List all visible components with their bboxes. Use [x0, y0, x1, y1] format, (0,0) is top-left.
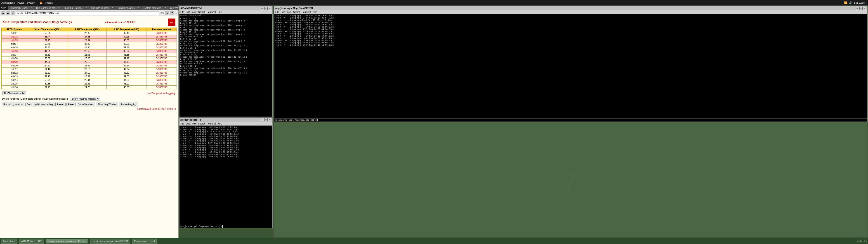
function-select[interactable]: Select required function [70, 97, 100, 101]
file-terminal-body[interactable]: -rw-r--r--. 1 npg npg 45K May 29 18:18 M… [274, 14, 867, 118]
places-menu[interactable]: Places [17, 1, 24, 4]
http-menu-terminal[interactable]: Terminal [207, 11, 216, 13]
tab-close-2[interactable]: ✕ [86, 7, 87, 9]
cell-2-fw: 0x3350706 [146, 39, 177, 42]
browser-content: AIDA: Temperature and status scan(1.12) … [0, 16, 178, 238]
merger-close-button[interactable]: ✕ [268, 118, 271, 121]
http-minimize-button[interactable]: — [261, 7, 264, 10]
file-menu-terminal[interactable]: Terminal [302, 11, 311, 13]
control-btn-4[interactable]: Show Variables [76, 102, 95, 106]
http-terminal-titlebar: AIDA MIDAS HTTPd — □ ✕ [180, 6, 272, 10]
merger-menu-terminal[interactable]: Terminal [207, 122, 216, 125]
file-prompt: [npg@carme-gsi:/TapeData/G22-201 [275, 119, 314, 121]
tab-label-3: Statistics @ carm... [91, 7, 111, 9]
browser-tab-2[interactable]: Spectrum Browser...✕ [62, 6, 89, 10]
http-terminal-body[interactable]: Link 5 GO (1) Action has completed: Merg… [180, 17, 272, 117]
file-menu-search[interactable]: Search [293, 11, 301, 13]
taskbar-btn-3[interactable]: npg@carme-gsi:/TapeData/G22-201 [90, 239, 130, 244]
tab-close-5[interactable]: ✕ [164, 7, 166, 9]
file-minimize-button[interactable]: — [856, 7, 859, 10]
table-row: aida0159.0627.8842.440x3350706 [2, 31, 177, 35]
tab-close-1[interactable]: ✕ [58, 7, 60, 9]
plot-row: Plot Temperature file No Temperature Log… [1, 91, 177, 96]
file-menu-view[interactable]: View [286, 11, 291, 13]
taskbar-btn-1[interactable]: AIDA MIDAS HTTPd [19, 239, 44, 244]
merger-maximize-button[interactable]: □ [265, 118, 268, 121]
cell-7-2: 25.06 [68, 57, 107, 60]
file-menu-file[interactable]: File [275, 11, 279, 13]
browser-tab-3[interactable]: Statistics @ carm...✕ [89, 6, 116, 10]
browser-tab-0[interactable]: Experiment Contr...✕ [8, 6, 34, 10]
forward-arrow-icon: » [175, 11, 177, 16]
merger-terminal-controls: — □ ✕ [261, 118, 271, 121]
forward-button[interactable]: ▶ [6, 11, 10, 16]
cell-2-0: aida03 [2, 39, 27, 42]
http-menu-search[interactable]: Search [198, 11, 206, 13]
tab-close-0[interactable]: ✕ [31, 7, 32, 9]
control-btn-5[interactable]: Show Log Window [96, 102, 118, 106]
merger-terminal-body[interactable]: -rw-r--r--. 1 npg npg 45K May 29 18:18 M… [180, 126, 272, 225]
merger-menu-search[interactable]: Search [198, 122, 206, 125]
file-menu-help[interactable]: Help [312, 11, 317, 13]
merger-menu-help[interactable]: Help [217, 122, 222, 125]
file-close-button[interactable]: ✕ [863, 7, 866, 10]
page-title: AIDA: Temperature and status scan(1.12) … [3, 21, 72, 24]
cell-12-3: 42.00 [107, 75, 147, 79]
http-menu-edit[interactable]: Edit [186, 11, 190, 13]
merger-minimize-button[interactable]: — [261, 118, 264, 121]
merger-menu-file[interactable]: File [180, 122, 184, 125]
control-btn-3[interactable]: Reset [66, 102, 75, 106]
http-menu-view[interactable]: View [191, 11, 196, 13]
file-maximize-button[interactable]: □ [860, 7, 863, 10]
table-row: aida0758.8125.0643.380x3350706 [2, 53, 177, 57]
cell-4-0: aida05 [2, 46, 27, 50]
tab-close-4[interactable]: ✕ [138, 7, 140, 9]
cell-4-fw: 0x3350706 [146, 46, 177, 50]
browser-tab-4[interactable]: Control @ carme...✕ [116, 6, 142, 10]
firefox-icon-label: 🦊 [39, 1, 43, 4]
system-menu[interactable]: System [27, 1, 35, 4]
file-terminal-menubar: FileEditViewSearchTerminalHelp [274, 10, 867, 14]
http-menu-help[interactable]: Help [217, 11, 222, 13]
http-maximize-button[interactable]: □ [265, 7, 268, 10]
table-row: aida1357.1225.6242.000x3350706 [2, 75, 177, 79]
taskbar-btn-0[interactable]: Applications [1, 239, 17, 244]
cell-9-0: aida10 [2, 64, 27, 67]
cell-7-1: 55.38 [27, 57, 68, 60]
system-functions-label: System functions (Expert users only for … [2, 98, 69, 100]
applications-menu[interactable]: Applications [1, 1, 15, 4]
url-input[interactable] [16, 11, 159, 16]
taskbar-btn-2[interactable]: Temperature and status scan @ car... [46, 239, 88, 244]
client-address: client address is 127.0.0.1 [105, 21, 135, 24]
http-close-button[interactable]: ✕ [268, 7, 271, 10]
cell-6-0: aida07 [2, 53, 27, 57]
tab-label-2: Spectrum Browser... [64, 7, 84, 9]
cell-1-0: aida02 [2, 35, 27, 39]
cell-13-0: aida14 [2, 79, 27, 82]
merger-menu-view[interactable]: View [191, 122, 196, 125]
desktop-area: C E N T O S 7 [274, 122, 868, 237]
browser-tab-1[interactable]: Run Control @ car...✕ [34, 6, 62, 10]
cell-15-1: 51.75 [27, 86, 68, 89]
plot-temp-button[interactable]: Plot Temperature file [2, 92, 26, 95]
control-btn-6[interactable]: Enable Logging [119, 102, 138, 106]
tab-close-3[interactable]: ✕ [112, 7, 114, 9]
control-btn-0[interactable]: Empty Log Window [2, 102, 24, 106]
taskbar-btn-4[interactable]: Merger/Tape HTTPd [132, 239, 157, 244]
desktop-clock: Sat 12:58 ↓ [854, 1, 867, 4]
browser-tab-5[interactable]: System wide Che...✕ [142, 6, 168, 10]
zoom-button[interactable]: ▼ [165, 11, 169, 16]
last-updated: Last Updated: June 08, 2024 12:58:18 [1, 107, 177, 111]
control-btn-1[interactable]: Send Log Window to /Log [25, 102, 55, 106]
menu-button[interactable]: ☰ [170, 11, 174, 16]
file-menu-edit[interactable]: Edit [281, 11, 285, 13]
reload-nav-button[interactable]: ↺ [11, 11, 15, 16]
control-btn-2[interactable]: Reload [55, 102, 66, 106]
cell-7-3: 42.12 [107, 57, 147, 60]
http-menu-file[interactable]: File [180, 11, 184, 13]
merger-menu-edit[interactable]: Edit [186, 122, 190, 125]
cell-5-2: 25.56 [68, 50, 107, 53]
back-button[interactable]: ◀ [1, 11, 5, 16]
centos-logo: C E N T O S 7 [543, 161, 598, 199]
desktop-menu: Applications Places System 🦊 Firefox [1, 1, 53, 4]
